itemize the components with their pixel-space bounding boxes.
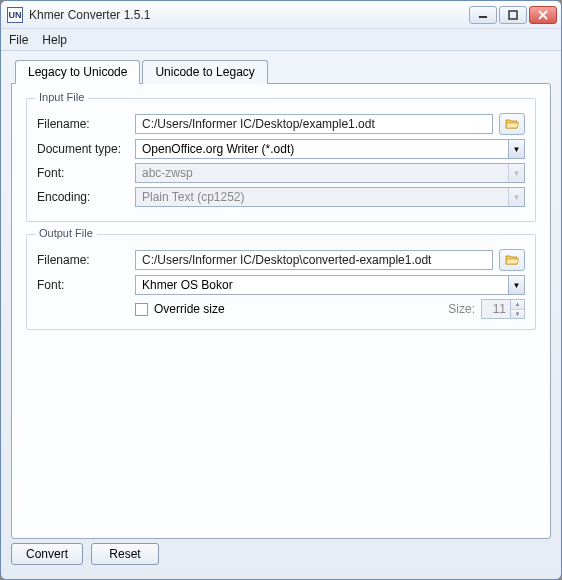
menubar: File Help xyxy=(1,29,561,51)
input-font-label: Font: xyxy=(37,166,129,180)
input-font-row: Font: abc-zwsp ▼ xyxy=(37,163,525,183)
close-icon xyxy=(538,10,548,20)
bottom-button-row: Convert Reset xyxy=(11,539,551,569)
chevron-down-icon: ▼ xyxy=(508,276,524,294)
folder-open-icon xyxy=(505,119,519,129)
input-filename-field[interactable] xyxy=(135,114,493,134)
tab-legacy-to-unicode[interactable]: Legacy to Unicode xyxy=(15,60,140,84)
chevron-down-icon: ▼ xyxy=(508,164,524,182)
input-encoding-row: Encoding: Plain Text (cp1252) ▼ xyxy=(37,187,525,207)
output-file-legend: Output File xyxy=(35,227,97,239)
size-label: Size: xyxy=(448,302,475,316)
output-file-group: Output File Filename: Font: Khmer OS Bo xyxy=(26,234,536,330)
override-row: Override size Size: ▲ ▼ xyxy=(37,299,525,319)
output-font-combo[interactable]: Khmer OS Bokor ▼ xyxy=(135,275,525,295)
reset-button[interactable]: Reset xyxy=(91,543,159,565)
output-browse-button[interactable] xyxy=(499,249,525,271)
input-encoding-label: Encoding: xyxy=(37,190,129,204)
input-browse-button[interactable] xyxy=(499,113,525,135)
input-file-legend: Input File xyxy=(35,91,88,103)
input-doctype-label: Document type: xyxy=(37,142,129,156)
chevron-down-icon: ▼ xyxy=(508,188,524,206)
override-size-checkbox[interactable] xyxy=(135,303,148,316)
tab-row: Legacy to Unicode Unicode to Legacy xyxy=(15,59,551,83)
override-size-label: Override size xyxy=(154,302,225,316)
size-spinner-buttons: ▲ ▼ xyxy=(511,299,525,319)
minimize-icon xyxy=(478,10,488,20)
output-font-row: Font: Khmer OS Bokor ▼ xyxy=(37,275,525,295)
maximize-icon xyxy=(508,10,518,20)
output-font-value: Khmer OS Bokor xyxy=(142,278,508,292)
size-up-button[interactable]: ▲ xyxy=(511,300,524,310)
app-icon: UN xyxy=(7,7,23,23)
menu-file[interactable]: File xyxy=(9,33,28,47)
convert-button[interactable]: Convert xyxy=(11,543,83,565)
input-font-value: abc-zwsp xyxy=(142,166,508,180)
size-group: Size: ▲ ▼ xyxy=(448,299,525,319)
input-filename-row: Filename: xyxy=(37,113,525,135)
input-file-group: Input File Filename: Document type: Ope xyxy=(26,98,536,222)
window-controls xyxy=(469,6,557,24)
titlebar: UN Khmer Converter 1.5.1 xyxy=(1,1,561,29)
output-filename-row: Filename: xyxy=(37,249,525,271)
folder-open-icon xyxy=(505,255,519,265)
svg-rect-1 xyxy=(509,11,517,19)
content-area: Legacy to Unicode Unicode to Legacy Inpu… xyxy=(1,51,561,579)
app-window: UN Khmer Converter 1.5.1 File Help Legac… xyxy=(0,0,562,580)
input-encoding-value: Plain Text (cp1252) xyxy=(142,190,508,204)
minimize-button[interactable] xyxy=(469,6,497,24)
maximize-button[interactable] xyxy=(499,6,527,24)
window-title: Khmer Converter 1.5.1 xyxy=(29,8,469,22)
menu-help[interactable]: Help xyxy=(42,33,67,47)
input-filename-label: Filename: xyxy=(37,117,129,131)
input-font-combo: abc-zwsp ▼ xyxy=(135,163,525,183)
size-down-button[interactable]: ▼ xyxy=(511,310,524,319)
close-button[interactable] xyxy=(529,6,557,24)
output-filename-field[interactable] xyxy=(135,250,493,270)
size-field xyxy=(481,299,511,319)
tab-panel: Input File Filename: Document type: Ope xyxy=(11,83,551,539)
output-font-label: Font: xyxy=(37,278,129,292)
input-doctype-combo[interactable]: OpenOffice.org Writer (*.odt) ▼ xyxy=(135,139,525,159)
output-filename-label: Filename: xyxy=(37,253,129,267)
tab-unicode-to-legacy[interactable]: Unicode to Legacy xyxy=(142,60,267,84)
input-doctype-row: Document type: OpenOffice.org Writer (*.… xyxy=(37,139,525,159)
input-encoding-combo: Plain Text (cp1252) ▼ xyxy=(135,187,525,207)
input-doctype-value: OpenOffice.org Writer (*.odt) xyxy=(142,142,508,156)
chevron-down-icon: ▼ xyxy=(508,140,524,158)
size-spinner: ▲ ▼ xyxy=(481,299,525,319)
